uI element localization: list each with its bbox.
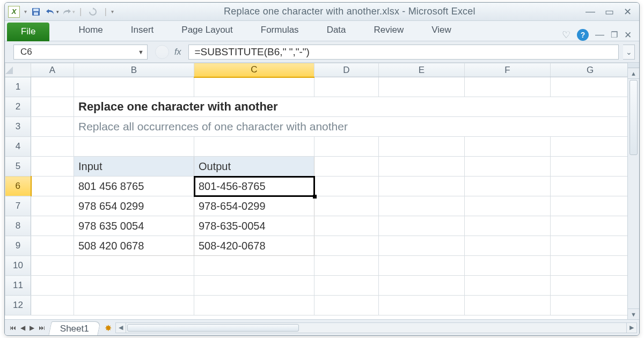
col-header-F[interactable]: F xyxy=(465,63,551,77)
svg-rect-2 xyxy=(34,12,38,15)
cell-subtitle[interactable]: Replace all occurrences of one character… xyxy=(74,117,627,136)
save-icon xyxy=(31,7,41,17)
row-header-11[interactable]: 11 xyxy=(5,276,31,296)
formula-input[interactable]: =SUBSTITUTE(B6," ","-") xyxy=(188,45,619,60)
row-header-9[interactable]: 9 xyxy=(5,236,31,256)
tab-view[interactable]: View xyxy=(418,20,465,41)
refresh-icon xyxy=(89,8,97,16)
formula-text: =SUBSTITUTE(B6," ","-") xyxy=(194,46,309,58)
cancel-formula-button[interactable] xyxy=(155,45,169,59)
sheet-tab-bar: ⏮ ◀ ▶ ⏭ Sheet1 ✸ ◀ ▶ xyxy=(5,319,639,335)
fill-handle[interactable] xyxy=(313,195,317,199)
tab-formulas[interactable]: Formulas xyxy=(247,20,313,41)
row-header-1[interactable]: 1 xyxy=(5,77,31,97)
title-bar: X ▾ ▾ ▾ | | ▾ Replace one character with… xyxy=(5,3,639,21)
horizontal-scrollbar[interactable]: ◀ ▶ xyxy=(113,320,639,335)
file-tab[interactable]: File xyxy=(7,23,49,41)
scroll-down-button[interactable]: ▼ xyxy=(628,308,639,319)
quick-access-toolbar: X ▾ ▾ ▾ | | ▾ xyxy=(8,5,114,18)
sheet-prev-button[interactable]: ◀ xyxy=(19,324,27,332)
ribbon-options-icon[interactable]: ♡ xyxy=(562,29,570,41)
cell-B6[interactable]: 801 456 8765 xyxy=(74,177,194,196)
undo-button[interactable]: ▾ xyxy=(45,5,59,18)
help-button[interactable]: ? xyxy=(577,29,589,41)
ribbon-restore-button[interactable]: ❐ xyxy=(611,30,618,40)
name-box[interactable]: C6 ▼ xyxy=(13,45,148,60)
sheet-first-button[interactable]: ⏮ xyxy=(8,324,18,332)
cell-C7[interactable]: 978-654-0299 xyxy=(194,196,314,216)
hscroll-track[interactable] xyxy=(126,322,626,333)
col-header-E[interactable]: E xyxy=(379,63,465,77)
ribbon-minimize-button[interactable]: ― xyxy=(595,30,604,40)
hscroll-thumb[interactable] xyxy=(127,324,299,332)
col-header-D[interactable]: D xyxy=(314,63,379,77)
select-all-corner[interactable] xyxy=(5,63,31,77)
cell-B7[interactable]: 978 654 0299 xyxy=(74,196,194,216)
tab-home[interactable]: Home xyxy=(64,20,116,41)
sheet-nav: ⏮ ◀ ▶ ⏭ xyxy=(5,320,50,335)
split-handle-icon[interactable] xyxy=(628,63,639,68)
sheet-last-button[interactable]: ⏭ xyxy=(37,324,47,332)
grid[interactable]: A B C D E F G 1 2 Replace one character … xyxy=(5,63,627,319)
close-button[interactable]: ✕ xyxy=(624,6,632,18)
cell-C9[interactable]: 508-420-0678 xyxy=(194,236,314,255)
row-header-12[interactable]: 12 xyxy=(5,296,31,315)
cell-title[interactable]: Replace one character with another xyxy=(74,97,627,116)
sheet-next-button[interactable]: ▶ xyxy=(28,324,36,332)
minimize-button[interactable]: ― xyxy=(586,6,595,18)
save-button[interactable] xyxy=(29,5,43,18)
insert-worksheet-button[interactable]: ✸ xyxy=(104,323,113,333)
redo-button[interactable]: ▾ xyxy=(61,5,75,18)
scroll-up-button[interactable]: ▲ xyxy=(628,68,639,79)
fx-icon[interactable]: fx xyxy=(174,47,181,57)
cell-C8[interactable]: 978-635-0054 xyxy=(194,216,314,236)
excel-logo-icon: X xyxy=(8,6,20,18)
qat-overflow-button[interactable] xyxy=(86,5,100,18)
window-controls: ― ▭ ✕ xyxy=(586,6,636,18)
row-header-4[interactable]: 4 xyxy=(5,137,31,157)
tab-review[interactable]: Review xyxy=(360,20,418,41)
formula-expand-button[interactable]: ⌄ xyxy=(623,45,635,60)
formula-bar: C6 ▼ fx =SUBSTITUTE(B6," ","-") ⌄ xyxy=(5,41,639,63)
undo-icon xyxy=(45,8,56,16)
row-header-2[interactable]: 2 xyxy=(5,97,31,117)
row-header-10[interactable]: 10 xyxy=(5,256,31,276)
row-header-5[interactable]: 5 xyxy=(5,157,31,177)
cell-B8[interactable]: 978 635 0054 xyxy=(74,216,194,236)
vertical-scrollbar[interactable]: ▲ ▼ xyxy=(627,63,639,319)
col-header-A[interactable]: A xyxy=(31,63,74,77)
scroll-right-button[interactable]: ▶ xyxy=(626,322,637,333)
header-output[interactable]: Output xyxy=(194,157,314,176)
excel-window: X ▾ ▾ ▾ | | ▾ Replace one character with… xyxy=(4,2,640,336)
scroll-track[interactable] xyxy=(628,79,639,308)
header-input[interactable]: Input xyxy=(74,157,194,176)
col-header-G[interactable]: G xyxy=(551,63,628,77)
row-header-6[interactable]: 6 xyxy=(5,177,31,196)
tab-data[interactable]: Data xyxy=(313,20,360,41)
cell-C6[interactable]: 801-456-8765 xyxy=(194,177,314,196)
svg-rect-1 xyxy=(33,9,39,11)
chevron-down-icon[interactable]: ▼ xyxy=(138,49,144,55)
scroll-thumb[interactable] xyxy=(630,80,638,155)
row-header-3[interactable]: 3 xyxy=(5,117,31,137)
ribbon-tabs: File Home Insert Page Layout Formulas Da… xyxy=(5,21,639,41)
name-box-value: C6 xyxy=(20,47,32,57)
tab-insert[interactable]: Insert xyxy=(117,20,168,41)
cell-B9[interactable]: 508 420 0678 xyxy=(74,236,194,255)
tab-page-layout[interactable]: Page Layout xyxy=(167,20,246,41)
row-header-7[interactable]: 7 xyxy=(5,196,31,216)
scroll-left-button[interactable]: ◀ xyxy=(115,322,126,333)
select-all-icon xyxy=(5,67,13,74)
sheet-tab-label: Sheet1 xyxy=(60,324,89,334)
maximize-button[interactable]: ▭ xyxy=(605,6,614,18)
col-header-C[interactable]: C xyxy=(194,63,314,77)
sheet-tab-sheet1[interactable]: Sheet1 xyxy=(48,321,100,335)
row-header-8[interactable]: 8 xyxy=(5,216,31,236)
worksheet-area: A B C D E F G 1 2 Replace one character … xyxy=(5,63,639,319)
col-header-B[interactable]: B xyxy=(74,63,194,77)
redo-icon xyxy=(61,8,72,16)
window-title: Replace one character with another.xlsx … xyxy=(114,6,586,17)
ribbon-close-button[interactable]: ✕ xyxy=(624,30,632,41)
